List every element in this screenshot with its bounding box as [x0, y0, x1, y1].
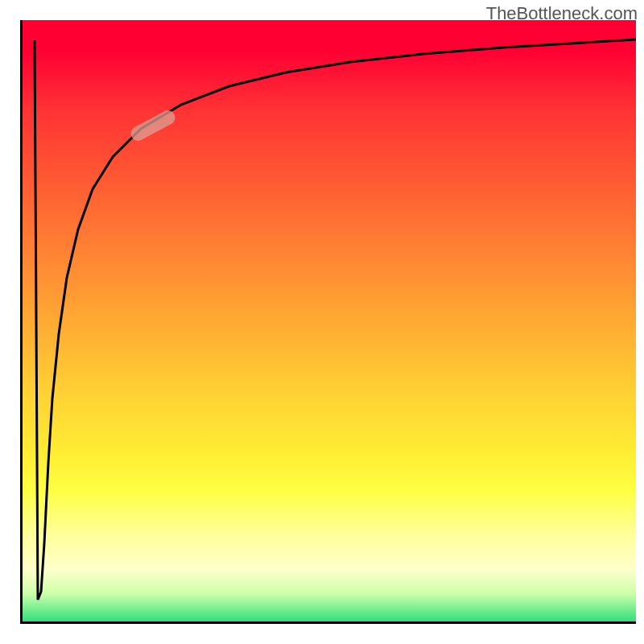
- plot-gradient-background: [20, 20, 636, 624]
- y-axis-line: [20, 20, 23, 624]
- chart-container: [12, 20, 636, 632]
- x-axis-line: [20, 621, 636, 624]
